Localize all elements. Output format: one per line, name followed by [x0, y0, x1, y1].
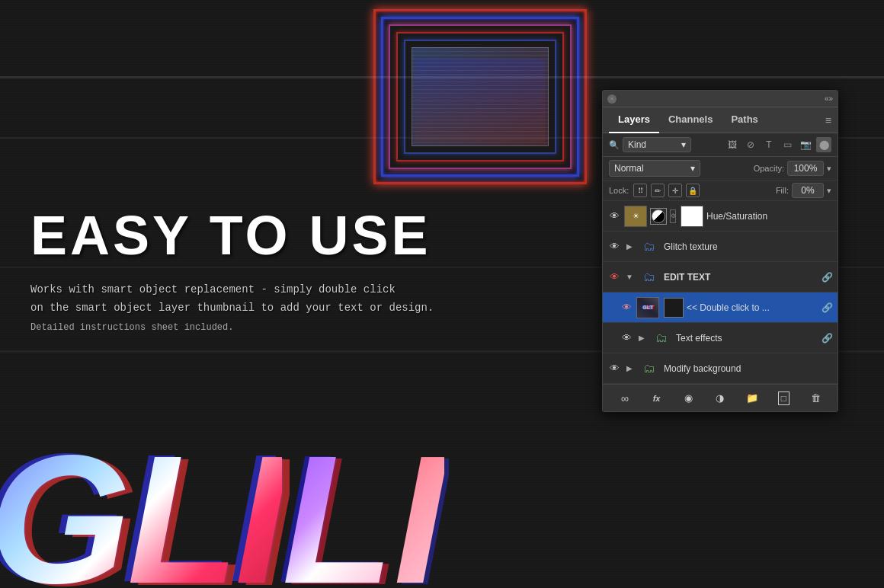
layer-thumb-textfx: 🗂 — [650, 328, 673, 349]
tab-paths[interactable]: Paths — [722, 107, 767, 133]
delete-layer-btn[interactable]: 🗑 — [806, 389, 825, 407]
layer-thumb-glitch: 🗂 — [638, 236, 661, 257]
left-text-area: EASY TO USE Works with smart object repl… — [30, 206, 518, 333]
filter-type-btn[interactable]: T — [761, 137, 777, 152]
opacity-chevron[interactable]: ▾ — [827, 164, 831, 174]
sub-text-line1: Works with smart object replacement - si… — [30, 281, 518, 299]
layer-thumb-modbg: 🗂 — [638, 358, 661, 379]
layer-thumb-hue: ☀ — [624, 206, 647, 227]
lock-all-btn[interactable]: 🔒 — [686, 184, 700, 197]
fill-label: Fill: — [776, 186, 789, 195]
glitch-text-art: GLI L I — [0, 428, 444, 588]
filter-dot-btn[interactable]: ⬤ — [816, 137, 831, 152]
layer-eye-edittext[interactable]: 👁 — [607, 270, 621, 284]
fill-chevron[interactable]: ▾ — [827, 186, 831, 196]
lock-paint-btn[interactable]: ✏ — [651, 184, 665, 197]
layer-name-edittext: EDIT TEXT — [664, 272, 818, 283]
layer-name-hue: Hue/Saturation — [706, 211, 833, 222]
panel-close-button[interactable]: × — [607, 94, 617, 104]
layer-modify-bg[interactable]: 👁 ▶ 🗂 Modify background — [603, 353, 838, 384]
lock-icons-group: ⠿ ✏ ✛ 🔒 — [633, 184, 700, 197]
opacity-input[interactable]: 100% — [787, 161, 824, 176]
adjustment-btn[interactable]: ◑ — [711, 389, 729, 407]
layer-edit-text[interactable]: 👁 ▼ 🗂 EDIT TEXT 🔗 — [603, 262, 838, 292]
bottom-toolbar: ∞ fx ◉ ◑ 📁 □ 🗑 — [603, 384, 838, 411]
layer-mask-hue — [650, 208, 667, 225]
layer-expand-edittext[interactable]: ▼ — [624, 272, 635, 283]
blend-mode-select[interactable]: Normal ▾ — [609, 160, 700, 177]
filter-icons-group: 🖼 ⊘ T ▭ 📷 ⬤ — [725, 137, 831, 152]
layers-panel: × «» Layers Channels Paths ≡ 🔍 Kind ▾ 🖼 … — [602, 90, 838, 412]
new-layer-btn[interactable]: □ — [774, 389, 793, 407]
lock-pixels-btn[interactable]: ⠿ — [633, 184, 647, 197]
blend-mode-row: Normal ▾ Opacity: 100% ▾ — [603, 157, 838, 181]
sub-text-detail: Detailed instructions sheet included. — [30, 322, 518, 333]
layer-adjicon-hue: ⚙ — [670, 209, 676, 223]
filter-adjustment-btn[interactable]: ⊘ — [743, 137, 758, 152]
main-title: EASY TO USE — [30, 206, 518, 266]
filter-kind-select[interactable]: Kind ▾ — [623, 137, 691, 152]
layer-eye-glitch[interactable]: 👁 — [607, 240, 621, 254]
layer-double-click[interactable]: 👁 GLT << Double click to ... 🔗 — [603, 292, 838, 323]
layer-link-dblclick: 🔗 — [822, 302, 833, 313]
filter-row: 🔍 Kind ▾ 🖼 ⊘ T ▭ 📷 ⬤ — [603, 133, 838, 157]
layer-name-textfx: Text effects — [676, 333, 818, 344]
lock-move-btn[interactable]: ✛ — [668, 184, 682, 197]
filter-search-icon: 🔍 — [609, 140, 620, 150]
layer-eye-dblclick[interactable]: 👁 — [620, 301, 633, 315]
layer-name-dblclick: << Double click to ... — [687, 302, 818, 313]
layer-whitemask-hue — [681, 206, 703, 227]
lock-label: Lock: — [609, 186, 629, 195]
layer-link-textfx: 🔗 — [822, 333, 833, 344]
layer-eye-hue[interactable]: 👁 — [607, 209, 621, 223]
layer-eye-modbg[interactable]: 👁 — [607, 362, 621, 375]
fill-group: Fill: 0% ▾ — [776, 183, 831, 198]
layer-link-edittext: 🔗 — [822, 272, 833, 283]
panel-titlebar: × «» — [603, 91, 838, 107]
layer-mask-btn[interactable]: ◉ — [679, 389, 697, 407]
panel-tabs: Layers Channels Paths ≡ — [603, 107, 838, 133]
layer-fx-btn[interactable]: fx — [648, 389, 666, 407]
panel-collapse-button[interactable]: «» — [825, 94, 833, 103]
layer-hue-saturation[interactable]: 👁 ☀ ⚙ Hue/Saturation — [603, 201, 838, 232]
tab-layers[interactable]: Layers — [609, 107, 659, 133]
lock-row: Lock: ⠿ ✏ ✛ 🔒 Fill: 0% ▾ — [603, 181, 838, 201]
fill-input[interactable]: 0% — [792, 183, 824, 198]
new-group-btn[interactable]: 📁 — [743, 389, 761, 407]
filter-shape-btn[interactable]: ▭ — [780, 137, 795, 152]
layers-list: 👁 ☀ ⚙ Hue/Saturation 👁 ▶ 🗂 Glitch textur… — [603, 201, 838, 384]
layer-text-effects[interactable]: 👁 ▶ 🗂 Text effects 🔗 — [603, 323, 838, 353]
tab-channels[interactable]: Channels — [659, 107, 722, 133]
filter-smart-btn[interactable]: 📷 — [798, 137, 813, 152]
link-layer-btn[interactable]: ∞ — [616, 389, 634, 407]
opacity-group: Opacity: 100% ▾ — [754, 161, 831, 176]
scan-line-1 — [0, 76, 884, 78]
layer-mask-dblclick — [664, 298, 684, 318]
layer-expand-glitch[interactable]: ▶ — [624, 241, 635, 252]
layer-thumb-dblclick: GLT — [636, 297, 659, 318]
layer-thumb-edittext: 🗂 — [638, 267, 661, 288]
opacity-label: Opacity: — [754, 164, 784, 173]
layer-eye-textfx[interactable]: 👁 — [620, 331, 633, 345]
layer-name-glitch: Glitch texture — [664, 241, 833, 252]
layer-name-modbg: Modify background — [664, 363, 833, 374]
layer-expand-textfx[interactable]: ▶ — [636, 333, 647, 344]
layer-glitch-texture[interactable]: 👁 ▶ 🗂 Glitch texture — [603, 232, 838, 262]
sub-text-line2: on the smart object layer thumbnail to a… — [30, 299, 518, 318]
neon-box-art — [373, 9, 587, 184]
filter-pixel-btn[interactable]: 🖼 — [725, 137, 740, 152]
layer-expand-modbg[interactable]: ▶ — [624, 363, 635, 374]
panel-menu-icon[interactable]: ≡ — [825, 114, 831, 126]
